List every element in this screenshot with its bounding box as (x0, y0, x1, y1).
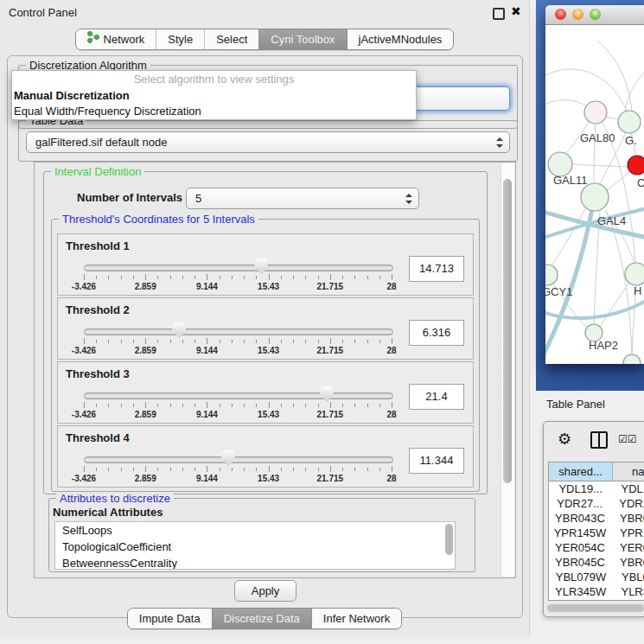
interval-definition-title: Interval Definition (51, 165, 144, 178)
algorithm-option-manual[interactable]: Manual Discretization (12, 88, 416, 104)
tick-mark (145, 402, 146, 408)
cell-name: YBR0 (611, 555, 644, 570)
split-columns-icon[interactable] (590, 431, 608, 449)
table-row[interactable]: YPR145WYPR1 (549, 526, 644, 540)
network-node-gal80[interactable] (584, 101, 607, 124)
mac-zoom-icon[interactable] (590, 9, 601, 20)
list-item-betweennesscentrality[interactable]: BetweennessCentrality (55, 555, 455, 570)
network-node-gal11[interactable] (548, 152, 572, 176)
tick-mark (96, 468, 97, 471)
tab-style[interactable]: Style (156, 29, 204, 49)
table-data-combobox[interactable]: galFiltered.sif default node (26, 131, 510, 153)
cell-shared-name: YLR345W (549, 584, 612, 599)
threshold-value-field[interactable]: 21.4 (409, 384, 464, 410)
table-row[interactable]: YDR27...YDR2 (549, 496, 644, 511)
gear-icon[interactable]: ⚙ (558, 430, 571, 449)
settings-scrollbar[interactable] (501, 163, 514, 577)
network-node-g[interactable] (618, 111, 641, 133)
cell-shared-name: YBL079W (549, 570, 613, 584)
table-row[interactable]: YBR043CYBR0 (549, 511, 644, 526)
list-scrollbar[interactable] (445, 524, 453, 567)
column-header-name[interactable]: na (613, 462, 644, 481)
tab-infer-network[interactable]: Infer Network (311, 609, 401, 628)
tick-label: 9.144 (196, 410, 218, 419)
table-row[interactable]: YBR045CYBR0 (549, 555, 644, 570)
threshold-value-field[interactable]: 14.713 (409, 256, 464, 282)
table-hscrollbar[interactable] (547, 604, 644, 612)
threshold-slider-track[interactable] (84, 328, 393, 335)
tick-mark (269, 338, 270, 344)
apply-button[interactable]: Apply (234, 580, 296, 602)
network-node-label: GAL80 (580, 131, 615, 144)
cell-shared-name: YDL19... (549, 481, 612, 496)
tick-label: 2.859 (135, 474, 156, 483)
table-row[interactable]: YLR345WYLR3 (549, 584, 644, 599)
algorithm-option-equal-width[interactable]: Equal Width/Frequency Discretization (12, 104, 416, 119)
tick-mark (318, 276, 319, 279)
network-node[interactable] (623, 354, 641, 364)
tick-label: -3.426 (72, 474, 96, 483)
tab-select[interactable]: Select (204, 29, 258, 49)
slider-ticks (84, 338, 392, 345)
mac-close-icon[interactable] (555, 9, 566, 20)
close-icon[interactable]: ✖ (511, 4, 521, 18)
threshold-slider-thumb[interactable] (221, 450, 235, 466)
table-row[interactable]: YBL079WYBL0 (549, 570, 644, 584)
tick-mark (305, 404, 306, 407)
network-node-label: HAP2 (589, 339, 618, 352)
network-node-gal4[interactable] (581, 183, 609, 211)
tick-mark (305, 276, 306, 279)
threshold-value-field[interactable]: 11.344 (409, 448, 464, 474)
network-node-h[interactable] (625, 263, 644, 285)
number-of-intervals-combobox[interactable]: 5 (186, 188, 419, 209)
threshold-label: Threshold 2 (66, 303, 130, 316)
table-row[interactable]: YIL052CYIL0 (549, 599, 644, 601)
column-header-shared-name[interactable]: shared... (549, 462, 613, 481)
threshold-slider-track[interactable] (84, 456, 393, 463)
list-item-selfloops[interactable]: SelfLoops (55, 522, 455, 539)
tick-mark (121, 340, 122, 343)
tab-discretize-data[interactable]: Discretize Data (212, 609, 311, 628)
network-node-c[interactable] (628, 156, 644, 175)
numerical-attributes-list[interactable]: SelfLoopsTopologicalCoefficientBetweenne… (54, 521, 456, 570)
table-row[interactable]: YDL19...YDL1 (549, 481, 644, 496)
threshold-slider-track[interactable] (84, 392, 393, 399)
tick-mark (293, 404, 294, 407)
table-row[interactable]: YER054CYER0 (549, 540, 644, 555)
tick-mark (318, 468, 319, 471)
select-columns-icon[interactable]: ☑☑ (618, 433, 637, 445)
tick-mark (157, 276, 158, 279)
cell-name: YDR2 (610, 496, 644, 511)
top-tab-bar: NetworkStyleSelectCyni ToolboxjActiveMNo… (75, 29, 455, 50)
slider-ticks (84, 466, 392, 473)
tick-mark (220, 468, 220, 471)
list-item-topologicalcoefficient[interactable]: TopologicalCoefficient (55, 539, 455, 555)
cell-shared-name: YER054C (549, 540, 611, 555)
threshold-value-field[interactable]: 6.316 (409, 320, 464, 346)
threshold-slider-thumb[interactable] (320, 386, 334, 402)
tab-label: Discretize Data (224, 609, 300, 628)
tab-label: Select (216, 29, 247, 49)
table-data-selected-value: galFiltered.sif default node (35, 136, 167, 149)
tick-mark (354, 468, 355, 471)
cell-name: YER0 (611, 540, 644, 555)
threshold-slider-thumb[interactable] (172, 322, 186, 338)
tab-network[interactable]: Network (76, 29, 156, 49)
float-window-icon[interactable] (493, 8, 505, 20)
tab-jactivemnodules[interactable]: jActiveMNodules (347, 29, 454, 49)
tick-mark (293, 468, 294, 471)
algorithm-dropdown-popup: Select algorithm to view settings Manual… (11, 70, 417, 120)
tab-cyni-toolbox[interactable]: Cyni Toolbox (258, 29, 346, 49)
attribute-list-items: SelfLoopsTopologicalCoefficientBetweenne… (55, 522, 455, 570)
tab-impute-data[interactable]: Impute Data (128, 609, 212, 628)
threshold-slider-track[interactable] (84, 265, 393, 271)
threshold-slider-thumb[interactable] (254, 258, 268, 274)
tick-mark (342, 340, 343, 343)
network-node-label: GCY1 (545, 285, 572, 298)
network-canvas[interactable]: GAL80G.CGAL11GAL4GCY1HHAP2 (545, 25, 644, 364)
mac-minimize-icon[interactable] (572, 9, 583, 20)
network-node-gcy1[interactable] (545, 265, 558, 285)
tick-mark (269, 402, 270, 408)
scrollbar-thumb[interactable] (503, 179, 512, 483)
network-node-label: GAL4 (597, 214, 626, 227)
